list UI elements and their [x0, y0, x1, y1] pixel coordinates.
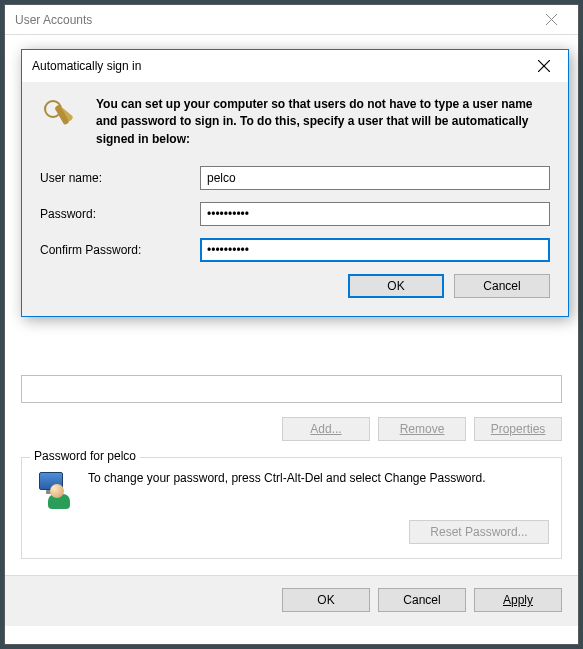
modal-close-button[interactable]	[521, 51, 566, 81]
password-input[interactable]	[200, 202, 550, 226]
parent-close-button[interactable]	[529, 6, 574, 34]
confirm-password-label: Confirm Password:	[40, 243, 200, 257]
close-icon	[546, 14, 557, 25]
close-icon	[538, 60, 550, 72]
reset-password-button: Reset Password...	[409, 520, 549, 544]
password-group: Password for pelco To change your passwo…	[21, 457, 562, 559]
parent-titlebar: User Accounts	[5, 5, 578, 35]
footer-buttons: OK Cancel Apply	[5, 576, 578, 626]
parent-title: User Accounts	[15, 13, 529, 27]
footer-ok-button[interactable]: OK	[282, 588, 370, 612]
modal-description: You can set up your computer so that use…	[96, 96, 550, 148]
modal-title: Automatically sign in	[32, 59, 521, 73]
footer-apply-button[interactable]: Apply	[474, 588, 562, 612]
user-monitor-icon	[34, 470, 74, 510]
confirm-password-input[interactable]	[200, 238, 550, 262]
properties-button: Properties	[474, 417, 562, 441]
remove-button: Remove	[378, 417, 466, 441]
modal-ok-button[interactable]: OK	[348, 274, 444, 298]
password-group-text: To change your password, press Ctrl-Alt-…	[88, 470, 549, 487]
footer-cancel-button[interactable]: Cancel	[378, 588, 466, 612]
username-label: User name:	[40, 171, 200, 185]
user-list[interactable]	[21, 375, 562, 403]
keys-icon	[40, 96, 80, 136]
user-list-buttons: Add... Remove Properties	[21, 417, 562, 441]
modal-titlebar: Automatically sign in	[22, 50, 568, 82]
auto-sign-in-dialog: Automatically sign in You can set up you…	[21, 49, 569, 317]
username-input[interactable]	[200, 166, 550, 190]
add-button: Add...	[282, 417, 370, 441]
modal-cancel-button[interactable]: Cancel	[454, 274, 550, 298]
password-group-legend: Password for pelco	[30, 449, 140, 463]
password-label: Password:	[40, 207, 200, 221]
